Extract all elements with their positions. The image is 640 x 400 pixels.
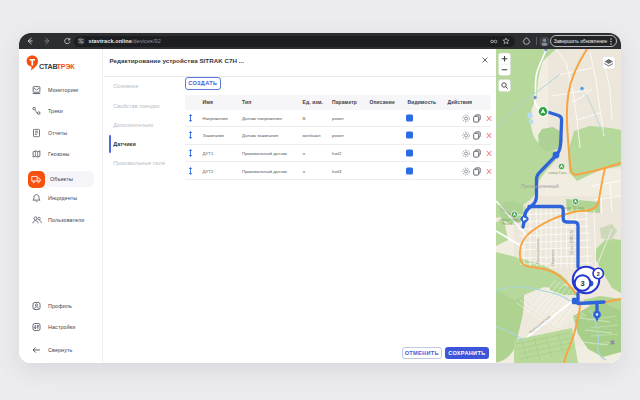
svg-text:парк Побед...: парк Побед... xyxy=(564,206,587,210)
svg-text:ТРЭК: ТРЭК xyxy=(57,62,76,71)
svg-text:Промышленный: Промышленный xyxy=(521,183,559,189)
svg-text:сквер Гага...: сквер Гага... xyxy=(548,171,569,175)
svg-text:СТАВ: СТАВ xyxy=(39,62,58,71)
svg-text:2: 2 xyxy=(597,271,600,277)
svg-text:Рокоссовского: Рокоссовского xyxy=(536,239,540,264)
svg-text:Росси...: Росси... xyxy=(502,222,516,226)
svg-text:50 лет ВЛКСМ: 50 лет ВЛКСМ xyxy=(570,230,574,255)
svg-text:Пирогова: Пирогова xyxy=(551,249,555,266)
svg-text:3: 3 xyxy=(580,279,584,288)
